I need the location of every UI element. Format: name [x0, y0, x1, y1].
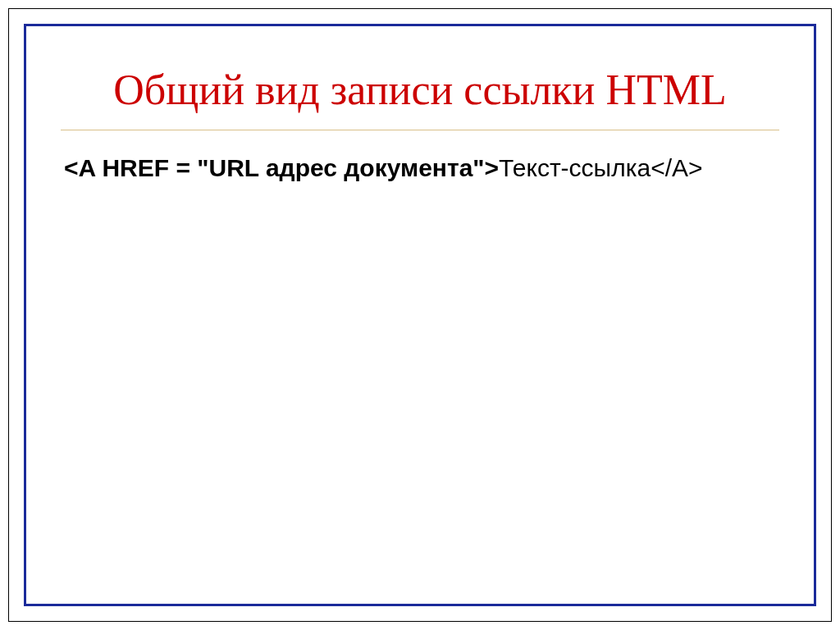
inner-frame: Общий вид записи ссылки HTML <A HREF = "…	[24, 24, 816, 606]
code-bold-segment: <A HREF = "URL адрес документа">	[64, 154, 499, 181]
slide-title: Общий вид записи ссылки HTML	[61, 66, 779, 130]
body-code-line: <A HREF = "URL адрес документа">Текст-сс…	[61, 152, 779, 185]
outer-frame: Общий вид записи ссылки HTML <A HREF = "…	[8, 8, 832, 622]
code-rest-segment: Текст-ссылка</A>	[499, 154, 702, 181]
